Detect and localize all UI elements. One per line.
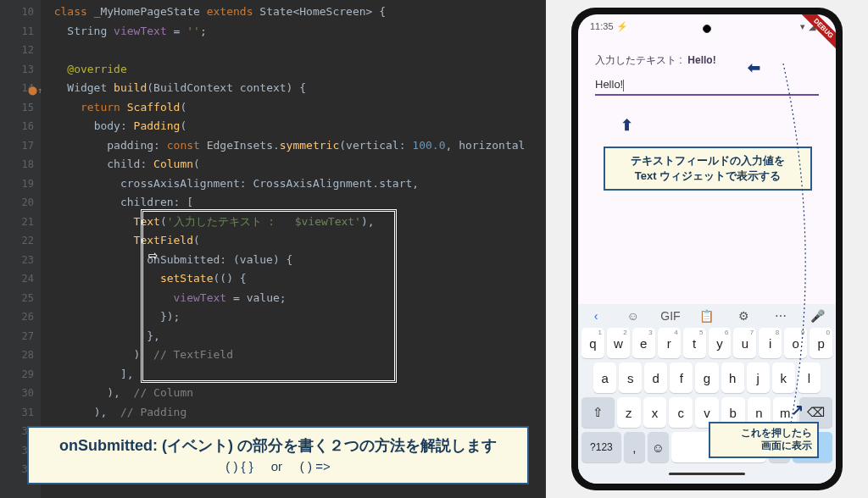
key-k[interactable]: k (772, 362, 795, 393)
line-number: 25 (0, 289, 41, 308)
key-j[interactable]: j (747, 362, 770, 393)
line-number: 28 (0, 346, 41, 365)
line-number: 11 (0, 22, 41, 42)
phone-preview-pane: DEBUG 11:35 ⚡ ▾ ◢ ▮ 入力したテキスト : Hello! He… (546, 0, 868, 498)
key-z[interactable]: z (617, 397, 641, 428)
code-line[interactable]: String viewText = ''; (41, 22, 546, 42)
code-line[interactable]: @override (41, 60, 546, 80)
key-i[interactable]: 8i (759, 328, 782, 358)
line-number: 26 (0, 307, 41, 327)
key-q[interactable]: 1q (581, 328, 604, 358)
kb-suggest-icon[interactable]: ‹ (587, 309, 605, 323)
code-line[interactable]: ), // Column (41, 384, 546, 403)
key-r[interactable]: 4r (658, 328, 681, 358)
key-g[interactable]: g (695, 362, 718, 393)
status-time: 11:35 ⚡ (590, 21, 628, 32)
arrow-diag-icon: ↗ (791, 401, 804, 419)
line-number: 20 (0, 193, 41, 213)
code-line[interactable]: ], (41, 365, 546, 385)
key-w[interactable]: 2w (607, 328, 630, 358)
code-line[interactable]: }, (41, 327, 546, 346)
explanation-box: onSubmitted: (イベント) の部分を書く２つの方法を解説します ( … (27, 426, 529, 485)
explain-title: onSubmitted: (イベント) の部分を書く２つの方法を解説します (39, 434, 517, 457)
key-u[interactable]: 7u (733, 328, 756, 358)
line-number: 18 (0, 155, 41, 174)
key-f[interactable]: f (670, 362, 693, 393)
code-line[interactable]: padding: const EdgeInsets.symmetric(vert… (41, 136, 546, 156)
code-line[interactable]: children: [ (41, 193, 546, 213)
kb-row-2: asdfghjkl (581, 362, 832, 393)
arrow-right-icon: ⇨ (148, 246, 158, 263)
arrow-up-icon: ⬆ (620, 116, 633, 135)
line-number: 29 (0, 365, 41, 385)
key-a[interactable]: a (593, 362, 616, 393)
camera-icon (703, 25, 711, 33)
key-sym[interactable]: ?123 (581, 432, 621, 462)
display-text: 入力したテキスト : Hello! (595, 53, 819, 68)
code-line[interactable]: Text('入力したテキスト : $viewText'), (41, 213, 546, 232)
code-line[interactable]: setState(() { (41, 269, 546, 289)
nav-bar (581, 467, 832, 480)
wifi-icon: ▾ (800, 21, 805, 32)
kb-suggest-icon[interactable]: GIF (660, 309, 679, 323)
line-number: 17 (0, 136, 41, 156)
code-line[interactable]: Widget build(BuildContext context) { (41, 79, 546, 98)
kb-suggestion-bar: ‹☺GIF📋⚙⋯🎤 (581, 309, 832, 328)
key-y[interactable]: 6y (709, 328, 732, 358)
key-e[interactable]: 3e (632, 328, 655, 358)
kb-suggest-icon[interactable]: 🎤 (809, 309, 827, 323)
code-line[interactable]: ), // Padding (41, 403, 546, 423)
line-number: 10 (0, 3, 41, 22)
line-number: 24 (0, 269, 41, 289)
code-line[interactable]: body: Padding( (41, 117, 546, 136)
app-content: 入力したテキスト : Hello! Hello! (578, 38, 836, 118)
key-emoji[interactable]: ☺ (648, 432, 669, 462)
key-s[interactable]: s (619, 362, 642, 393)
line-number: 30 (0, 384, 41, 403)
key-comma[interactable]: , (624, 432, 645, 462)
key-p[interactable]: 0p (810, 328, 832, 358)
line-number: 22 (0, 231, 41, 251)
line-number: 21 (0, 213, 41, 232)
code-line[interactable]: class _MyHomePageState extends State<Hom… (41, 3, 546, 22)
kb-suggest-icon[interactable]: 📋 (698, 309, 716, 323)
code-line[interactable]: return Scaffold( (41, 98, 546, 118)
arrow-left-icon: ⬅ (748, 58, 760, 77)
line-number: 14⬤↑ (0, 79, 41, 98)
kb-suggest-icon[interactable]: ☺ (624, 309, 643, 323)
line-number: 12 (0, 41, 41, 60)
code-line[interactable]: crossAxisAlignment: CrossAxisAlignment.s… (41, 174, 546, 194)
gutter: 1011121314⬤↑1516171819202122232425262728… (0, 0, 41, 498)
key-o[interactable]: 9o (784, 328, 807, 358)
kb-suggest-icon[interactable]: ⚙ (735, 309, 754, 323)
note-textfield: テキストフィールドの入力値を Text ウィジェットで表示する (604, 147, 812, 191)
line-number: 27 (0, 327, 41, 346)
code-line[interactable] (41, 41, 546, 60)
code-line[interactable]: }); (41, 307, 546, 327)
key-d[interactable]: d (644, 362, 667, 393)
key-shift[interactable]: ⇧ (581, 397, 615, 428)
text-field[interactable]: Hello! (595, 78, 819, 96)
kb-row-1: 1q2w3e4r5t6y7u8i9o0p (581, 328, 832, 358)
line-number: 15 (0, 98, 41, 118)
code-line[interactable]: onSubmitted: (value) { (41, 251, 546, 270)
code-body[interactable]: class _MyHomePageState extends State<Hom… (41, 0, 546, 479)
line-number: 31 (0, 403, 41, 423)
line-number: 19 (0, 174, 41, 194)
key-t[interactable]: 5t (683, 328, 706, 358)
note-enter: これを押したら 画面に表示 (709, 422, 819, 458)
phone-frame: DEBUG 11:35 ⚡ ▾ ◢ ▮ 入力したテキスト : Hello! He… (571, 8, 843, 490)
phone-screen: DEBUG 11:35 ⚡ ▾ ◢ ▮ 入力したテキスト : Hello! He… (578, 14, 836, 484)
code-line[interactable]: TextField( (41, 231, 546, 251)
code-line[interactable]: ) // TextField (41, 346, 546, 365)
line-number: 13 (0, 60, 41, 80)
key-h[interactable]: h (721, 362, 744, 393)
code-line[interactable]: viewText = value; (41, 289, 546, 308)
key-l[interactable]: l (798, 362, 821, 393)
code-line[interactable]: child: Column( (41, 155, 546, 174)
key-x[interactable]: x (643, 397, 667, 428)
kb-suggest-icon[interactable]: ⋯ (771, 309, 790, 323)
key-c[interactable]: c (669, 397, 693, 428)
line-number: 23 (0, 251, 41, 270)
explain-sub: ( ) { } or ( ) => (39, 457, 517, 477)
